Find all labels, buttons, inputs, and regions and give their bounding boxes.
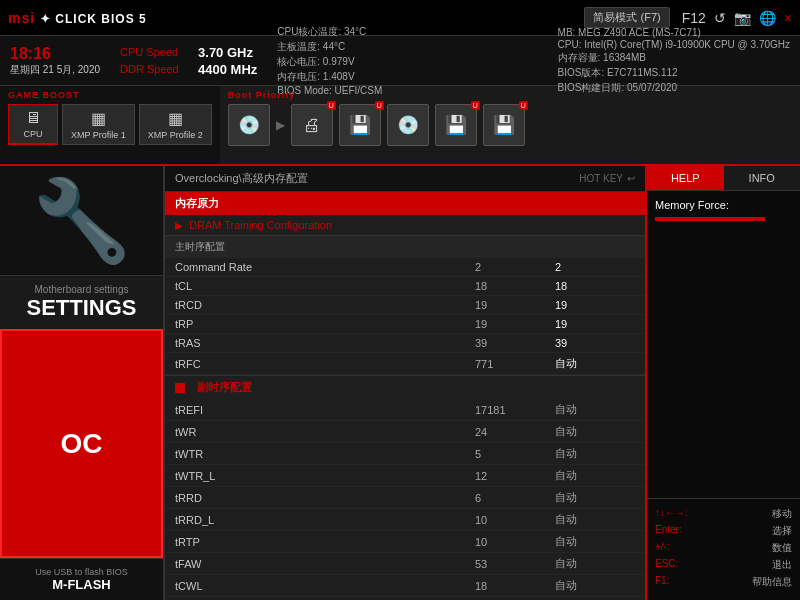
config-name: tRTP (175, 536, 475, 548)
boot-arrow-0: ▶ (276, 118, 285, 132)
boot-badge-5: U (519, 101, 528, 110)
main-timing-row[interactable]: tCL 18 18 (165, 277, 645, 296)
section-header-memory: 内存原力 (165, 192, 645, 215)
sub-timing-row[interactable]: tREFI 17181 自动 (165, 399, 645, 421)
ddr-speed-row: DDR Speed 4400 MHz (120, 62, 257, 77)
xmp2-tab-label: XMP Profile 2 (148, 130, 203, 140)
config-val1: 18 (475, 280, 555, 292)
boot-device-icon-3: 💿 (397, 114, 419, 136)
keybind-f1-key: F1: (655, 575, 669, 589)
mflash-title: M-FLASH (8, 577, 155, 592)
right-tabs: HELP INFO (647, 166, 800, 191)
refresh-icon[interactable]: ↺ (714, 10, 726, 26)
boot-device-5[interactable]: 💾 U (483, 104, 525, 146)
keybind-f1-desc: 帮助信息 (752, 575, 792, 589)
boost-tab-xmp1[interactable]: ▦ XMP Profile 1 (62, 104, 135, 145)
sub-timing-row[interactable]: tWTR_L 12 自动 (165, 465, 645, 487)
tab-help[interactable]: HELP (647, 166, 724, 191)
sidebar-bg-icon: 🔧 (32, 174, 132, 268)
main-timing-row[interactable]: Command Rate 2 2 (165, 258, 645, 277)
settings-title: SETTINGS (8, 295, 155, 321)
settings-text: Motherboard settings (8, 284, 155, 295)
config-name: tCL (175, 280, 475, 292)
f12-button[interactable]: F12 (682, 10, 706, 26)
dram-expand-icon: ▶ (175, 220, 183, 231)
boot-device-3[interactable]: 💿 (387, 104, 429, 146)
content-scroll[interactable]: 内存原力 ▶ DRAM Training Configuration 主时序配置… (165, 192, 645, 600)
cpu-speed-row: CPU Speed 3.70 GHz (120, 45, 257, 60)
help-bar (655, 217, 765, 221)
config-val2: 自动 (555, 468, 635, 483)
sub-timing-header: 副时序配置 (165, 375, 645, 399)
config-val2: 39 (555, 337, 635, 349)
keybind-enter-desc: 选择 (772, 524, 792, 538)
right-keybinds: ↑↓←→: 移动 Enter: 选择 +/-: 数值 ESC: 退出 F1: 帮… (647, 498, 800, 600)
config-val2: 自动 (555, 402, 635, 417)
sub-timing-row[interactable]: tRTP 10 自动 (165, 531, 645, 553)
breadcrumb: Overclocking\高级内存配置 (175, 171, 308, 186)
boot-device-icon-4: 💾 (445, 114, 467, 136)
sub-timing-row[interactable]: tRRD 6 自动 (165, 487, 645, 509)
config-name: Command Rate (175, 261, 475, 273)
hot-key-icon[interactable]: ↩ (627, 173, 635, 184)
sub-timing-row[interactable]: tWR 24 自动 (165, 421, 645, 443)
core-voltage: 核心电压: 0.979V (277, 55, 382, 69)
config-name: tRRD (175, 492, 475, 504)
oc-section[interactable]: OC (0, 329, 163, 558)
boost-tab-cpu[interactable]: 🖥 CPU (8, 104, 58, 145)
boot-priority-label: Boot Priority (228, 90, 792, 100)
keybind-esc-key: ESC: (655, 558, 678, 572)
section-header-text: 内存原力 (175, 196, 219, 211)
config-val2: 19 (555, 299, 635, 311)
boot-device-0[interactable]: 💿 (228, 104, 270, 146)
main-timing-row[interactable]: tRP 19 19 (165, 315, 645, 334)
main-content: Overclocking\高级内存配置 HOT KEY ↩ 内存原力 ▶ DRA… (165, 166, 645, 600)
boot-device-1[interactable]: 🖨 U (291, 104, 333, 146)
config-name: tWR (175, 426, 475, 438)
config-name: tCWL (175, 580, 475, 592)
cpu-temp: CPU核心温度: 34°C (277, 25, 382, 39)
main-timing-row[interactable]: tRFC 771 自动 (165, 353, 645, 375)
xmp2-tab-icon: ▦ (168, 109, 183, 128)
keybind-enter: Enter: 选择 (655, 524, 792, 538)
dram-training-row[interactable]: ▶ DRAM Training Configuration (165, 215, 645, 235)
main-timing-row[interactable]: tRCD 19 19 (165, 296, 645, 315)
boot-priority-section: Boot Priority 💿 ▶ 🖨 U 💾 U 💿 💾 U 💾 (220, 86, 800, 164)
config-val1: 6 (475, 492, 555, 504)
sub-timing-row[interactable]: tCWL 18 自动 (165, 575, 645, 597)
top-icons: F12 ↺ 📷 🌐 × (682, 10, 792, 26)
dram-training-label: DRAM Training Configuration (189, 219, 332, 231)
config-val2: 19 (555, 318, 635, 330)
date-display: 星期四 21 5月, 2020 (10, 63, 100, 77)
keybind-esc: ESC: 退出 (655, 558, 792, 572)
boot-device-2[interactable]: 💾 U (339, 104, 381, 146)
left-sidebar: 🔧 Motherboard settings SETTINGS OC Use U… (0, 166, 165, 600)
screenshot-icon[interactable]: 📷 (734, 10, 751, 26)
sub-timing-row[interactable]: tRRD_L 10 自动 (165, 509, 645, 531)
keybind-nav-desc: 移动 (772, 507, 792, 521)
boot-badge-4: U (471, 101, 480, 110)
easy-mode-button[interactable]: 简易模式 (F7) (584, 7, 669, 28)
sub-timing-row[interactable]: tFAW 53 自动 (165, 553, 645, 575)
sidebar-icon-area: 🔧 (0, 166, 163, 276)
mem-capacity: 内存容量: 16384MB (558, 51, 790, 65)
mb-temp: 主板温度: 44°C (277, 40, 382, 54)
boot-badge-1: U (327, 101, 336, 110)
main-timing-row[interactable]: tRAS 39 39 (165, 334, 645, 353)
hot-key-label: HOT KEY (579, 173, 623, 184)
tab-info[interactable]: INFO (724, 166, 801, 191)
time-section: 18:16 星期四 21 5月, 2020 (10, 45, 100, 77)
cpu-speed-value: 3.70 GHz (198, 45, 253, 60)
config-val2: 自动 (555, 578, 635, 593)
config-val1: 53 (475, 558, 555, 570)
config-name: tRFC (175, 358, 475, 370)
config-name: tWTR (175, 448, 475, 460)
ddr-speed-value: 4400 MHz (198, 62, 257, 77)
sub-timing-row[interactable]: tWTR 5 自动 (165, 443, 645, 465)
mflash-section[interactable]: Use USB to flash BIOS M-FLASH (0, 558, 163, 600)
boost-tab-xmp2[interactable]: ▦ XMP Profile 2 (139, 104, 212, 145)
config-val2: 自动 (555, 446, 635, 461)
language-icon[interactable]: 🌐 (759, 10, 776, 26)
boot-device-4[interactable]: 💾 U (435, 104, 477, 146)
close-button[interactable]: × (784, 10, 792, 26)
